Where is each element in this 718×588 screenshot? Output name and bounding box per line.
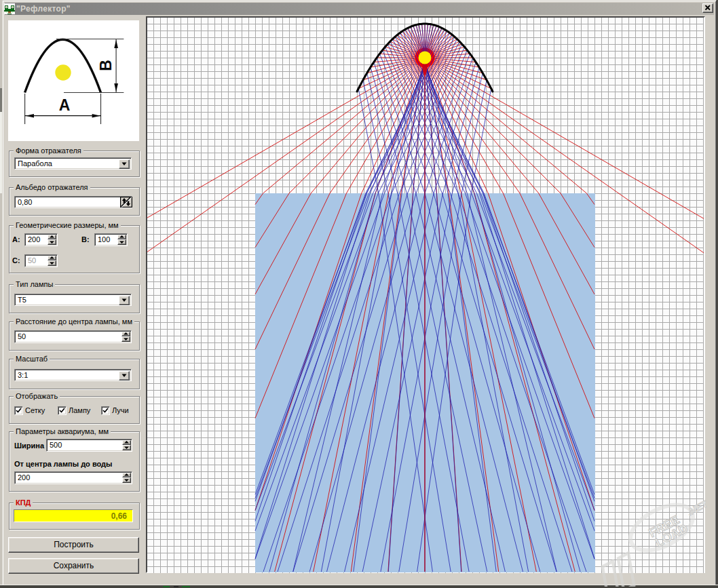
svg-text:.NET: .NET	[685, 498, 710, 517]
svg-text:A: A	[59, 96, 71, 114]
svg-text:B: B	[97, 60, 115, 71]
